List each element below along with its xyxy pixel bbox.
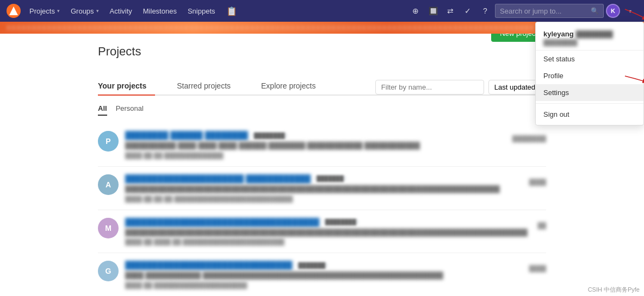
- activity-nav-btn[interactable]: Activity: [106, 5, 137, 17]
- project-updated: ██: [537, 218, 546, 229]
- main-tabs: Your projects Starred projects Explore p…: [98, 77, 335, 95]
- groups-nav-btn[interactable]: Groups ▾: [66, 5, 103, 17]
- project-desc: ████████████████████████████████████████…: [125, 228, 531, 237]
- search-input[interactable]: [500, 7, 591, 15]
- search-icon: 🔍: [591, 7, 599, 15]
- project-badge: ████████: [323, 218, 359, 225]
- project-meta: ████ ██ ██ ██ ██████████████████████████…: [125, 196, 523, 202]
- project-name: ████████ ██████ ████████: [125, 131, 248, 140]
- sub-tab-all[interactable]: All: [98, 102, 107, 116]
- project-info: ███████████████████████████████ ███████ …: [125, 261, 523, 288]
- table-row: A ██████████████████████ ████████████ ██…: [98, 167, 546, 210]
- search-bar[interactable]: 🔍: [495, 4, 604, 18]
- project-updated: ████████: [512, 131, 546, 142]
- project-updated: ████: [529, 261, 546, 272]
- avatar: P: [98, 131, 119, 152]
- page-title: Projects: [98, 45, 141, 59]
- project-name-row: ████████ ██████ ████████ ████████: [125, 131, 506, 140]
- docs-icon-btn[interactable]: 📋: [222, 4, 242, 18]
- sub-tabs: All Personal: [98, 102, 546, 116]
- filter-by-name-input[interactable]: [375, 80, 484, 95]
- table-row: G ███████████████████████████████ ██████…: [98, 253, 546, 296]
- project-info: ████████ ██████ ████████ ████████ ██████…: [125, 131, 506, 159]
- project-name-row: ███████████████████████████████ ███████: [125, 261, 523, 269]
- project-meta: ████ ██ ██ ██████████████: [125, 152, 506, 159]
- new-item-icon[interactable]: ⊕: [408, 3, 423, 18]
- project-list: P ████████ ██████ ████████ ████████ ████…: [98, 123, 546, 296]
- filter-row: Last updated ▾: [375, 80, 546, 95]
- project-badge: ███████: [314, 175, 346, 182]
- snippets-nav-btn[interactable]: Snippets: [183, 5, 220, 17]
- table-row: P ████████ ██████ ████████ ████████ ████…: [98, 123, 546, 167]
- dropdown-divider: [536, 103, 643, 104]
- project-info: ████████████████████████████████████ ███…: [125, 218, 531, 245]
- project-updated: ████: [529, 174, 546, 185]
- dropdown-email: ████████: [543, 39, 636, 46]
- tab-starred-projects[interactable]: Starred projects: [177, 77, 239, 96]
- dropdown-header: kyleyang ████████ ████████: [536, 24, 643, 51]
- project-desc: ████████████████████████████████████████…: [125, 185, 523, 194]
- avatar: M: [98, 218, 119, 238]
- project-badge: ████████: [251, 132, 288, 139]
- dropdown-set-status[interactable]: Set status: [536, 51, 643, 67]
- arrow-1-icon: [622, 7, 644, 23]
- project-name: ██████████████████████ ████████████: [125, 174, 311, 183]
- dropdown-username: kyleyang ████████: [543, 30, 636, 38]
- logo-icon: [9, 7, 18, 15]
- arrow-2-icon: [622, 73, 644, 90]
- project-meta: ████ ██ ██████████████████████: [125, 282, 523, 288]
- help-icon[interactable]: ?: [478, 3, 493, 18]
- alert-text: XXXXXXXXXXXXXXXXXXXXXXXXXXXXXXXXXXXXXXXX…: [7, 24, 535, 31]
- project-name: ████████████████████████████████████: [125, 218, 319, 226]
- footer-text: CSIH 中信商务Pyfe: [584, 284, 644, 296]
- todos-icon[interactable]: ✓: [460, 3, 475, 18]
- gitlab-logo[interactable]: [7, 4, 21, 18]
- sub-tab-personal[interactable]: Personal: [116, 102, 144, 116]
- avatar: G: [98, 261, 119, 281]
- user-avatar-btn[interactable]: K: [606, 4, 620, 18]
- tab-your-projects[interactable]: Your projects: [98, 77, 155, 96]
- project-info: ██████████████████████ ████████████ ████…: [125, 174, 523, 202]
- top-nav: Projects ▾ Groups ▾ Activity Milestones …: [0, 0, 644, 22]
- project-name-row: ████████████████████████████████████ ███…: [125, 218, 531, 226]
- page-wrapper: Projects ▾ Groups ▾ Activity Milestones …: [0, 0, 644, 296]
- table-row: M ████████████████████████████████████ █…: [98, 210, 546, 254]
- projects-nav-btn[interactable]: Projects ▾: [25, 5, 64, 17]
- projects-chevron-icon: ▾: [57, 8, 60, 14]
- dropdown-sign-out[interactable]: Sign out: [536, 106, 643, 123]
- tab-explore-projects[interactable]: Explore projects: [261, 77, 324, 96]
- project-desc: ███████████ ████ ████ ████ ██████ ██████…: [125, 141, 506, 150]
- groups-chevron-icon: ▾: [96, 8, 99, 14]
- project-badge: ███████: [296, 262, 329, 269]
- merge-requests-icon[interactable]: ⇄: [443, 3, 458, 18]
- user-dropdown: kyleyang ████████ ████████ Set status Pr…: [535, 22, 644, 125]
- project-name: ███████████████████████████████: [125, 261, 293, 269]
- milestones-nav-btn[interactable]: Milestones: [139, 5, 181, 17]
- dropdown-username-extra: ████████: [576, 30, 613, 38]
- avatar: A: [98, 174, 119, 195]
- project-name-row: ██████████████████████ ████████████ ████…: [125, 174, 523, 183]
- issues-icon[interactable]: 🔲: [425, 3, 441, 18]
- project-meta: ████ ██ ████ ██ ████████████████████████: [125, 238, 531, 245]
- project-desc: ████ ████████████ ██████████████████████…: [125, 271, 523, 280]
